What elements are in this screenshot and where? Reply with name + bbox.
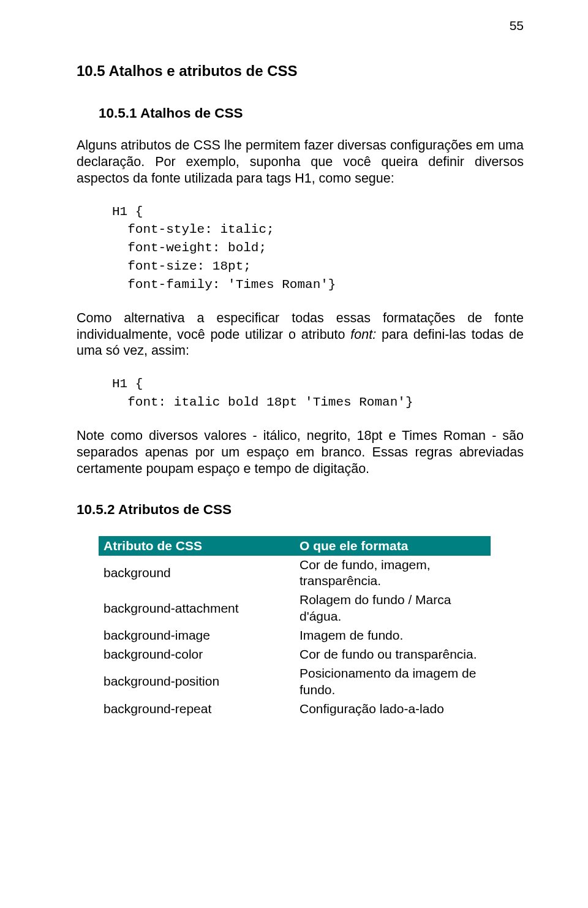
heading-subsection-2: 10.5.2 Atributos de CSS [77, 502, 524, 518]
cell-attribute: background [99, 556, 295, 591]
page-body: 10.5 Atalhos e atributos de CSS 10.5.1 A… [77, 62, 524, 718]
cell-description: Posicionamento da imagem de fundo. [295, 664, 491, 700]
cell-description: Cor de fundo, imagem, transparência. [295, 556, 491, 591]
attributes-table: Atributo de CSS O que ele formata backgr… [99, 536, 491, 719]
table-row: background-image Imagem de fundo. [99, 626, 491, 645]
table-row: background-repeat Configuração lado-a-la… [99, 700, 491, 719]
table-header-row: Atributo de CSS O que ele formata [99, 536, 491, 556]
cell-attribute: background-image [99, 626, 295, 645]
cell-description: Imagem de fundo. [295, 626, 491, 645]
code-block-2: H1 { font: italic bold 18pt 'Times Roman… [112, 375, 524, 412]
cell-description: Cor de fundo ou transparência. [295, 645, 491, 664]
cell-description: Configuração lado-a-lado [295, 700, 491, 719]
table-row: background-attachment Rolagem do fundo /… [99, 591, 491, 626]
table-row: background-position Posicionamento da im… [99, 664, 491, 700]
paragraph-intro: Alguns atributos de CSS lhe permitem faz… [77, 137, 524, 187]
paragraph-alternative: Como alternativa a especificar todas ess… [77, 310, 524, 360]
heading-section: 10.5 Atalhos e atributos de CSS [77, 62, 524, 80]
paragraph-note: Note como diversos valores - itálico, ne… [77, 428, 524, 477]
table-row: background Cor de fundo, imagem, transpa… [99, 556, 491, 591]
heading-subsection-1: 10.5.1 Atalhos de CSS [99, 105, 524, 121]
italic-font-keyword: font: [350, 327, 376, 342]
table-header-description: O que ele formata [295, 536, 491, 556]
cell-attribute: background-repeat [99, 700, 295, 719]
cell-description: Rolagem do fundo / Marca d'água. [295, 591, 491, 626]
cell-attribute: background-color [99, 645, 295, 664]
table-header-attribute: Atributo de CSS [99, 536, 295, 556]
table-row: background-color Cor de fundo ou transpa… [99, 645, 491, 664]
page-number: 55 [510, 18, 524, 33]
code-block-1: H1 { font-style: italic; font-weight: bo… [112, 203, 524, 294]
cell-attribute: background-position [99, 664, 295, 700]
attributes-table-wrap: Atributo de CSS O que ele formata backgr… [99, 536, 524, 719]
cell-attribute: background-attachment [99, 591, 295, 626]
